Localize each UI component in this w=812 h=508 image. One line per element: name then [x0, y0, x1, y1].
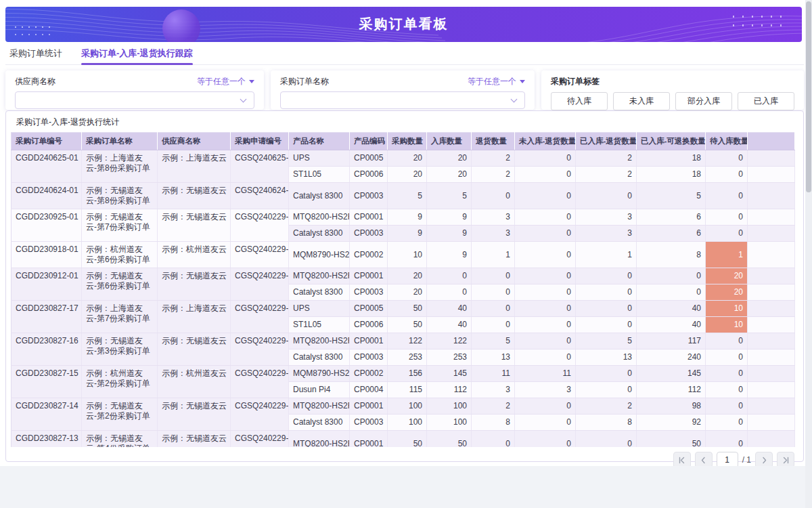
- cell-inbound-qty: 40: [427, 301, 472, 317]
- supplier-operator-label: 等于任意一个: [197, 76, 246, 87]
- next-page-icon: [761, 457, 768, 464]
- cell-inbound-qty: 9: [427, 242, 472, 268]
- column-header-7: 采购数量: [388, 133, 427, 150]
- cell-blank: [748, 317, 795, 333]
- cell-product-name: ST1L05: [289, 167, 350, 183]
- cell-blank: [748, 150, 795, 167]
- cell-order-name: 示例：无锡道友云-第2份采购订单: [82, 398, 158, 431]
- cell-product-code: CP0001: [350, 333, 388, 350]
- cell-product-code: CP0001: [350, 398, 388, 415]
- page-scrollbar[interactable]: [805, 0, 812, 508]
- cell-inbound-return-qty: 0: [576, 284, 637, 301]
- cell-purchase-qty: 20: [388, 284, 427, 301]
- page-scrollbar-thumb[interactable]: [806, 1, 811, 192]
- cell-blank: [748, 242, 795, 268]
- cell-inbound-return-qty: 0: [576, 431, 637, 448]
- caret-down-icon: [520, 80, 525, 83]
- filter-order-name: 采购订单名称 等于任意一个: [271, 70, 535, 110]
- pagination: / 1: [11, 447, 798, 468]
- cell-not-inbound-return-qty: 0: [515, 333, 576, 350]
- cell-product-name: UPS: [289, 150, 350, 167]
- tag-button-3[interactable]: 部分入库: [675, 92, 732, 110]
- cell-inbound-return-qty: 5: [576, 333, 637, 350]
- table-title: 采购订单-入库-退货执行统计: [16, 117, 798, 128]
- cell-inbound-return-qty: 0: [576, 301, 637, 317]
- cell-purchase-qty: 20: [388, 268, 427, 284]
- cell-purchase-qty: 253: [388, 350, 427, 366]
- tab-bar: 采购订单统计采购订单-入库-退货执行跟踪: [5, 42, 804, 65]
- cell-inbound-exchangeable-qty: 240: [637, 350, 706, 366]
- tag-button-1[interactable]: 待入库: [551, 92, 608, 110]
- cell-return-qty: 0: [472, 431, 515, 448]
- supplier-filter-label: 供应商名称: [15, 76, 55, 87]
- cell-inbound-return-qty: 0: [576, 268, 637, 284]
- cell-order-no: CGDD230827-16: [12, 333, 82, 366]
- cell-order-no: CGDD230827-17: [12, 301, 82, 333]
- tags-filter-label: 采购订单标签: [551, 76, 794, 87]
- cell-inbound-exchangeable-qty: 98: [637, 398, 706, 415]
- cell-order-no: CGDD240624-01: [12, 183, 82, 209]
- cell-inbound-exchangeable-qty: 5: [637, 183, 706, 209]
- cell-supplier: 示例：无锡道友云: [158, 333, 231, 366]
- cell-blank: [748, 209, 795, 226]
- cell-product-code: CP0004: [350, 382, 388, 398]
- cell-order-name: 示例：杭州道友云-第6份采购订单: [82, 242, 158, 268]
- cell-product-name: MTQ8200-HS2F: [289, 209, 350, 226]
- cell-purchase-qty: 9: [388, 226, 427, 242]
- cell-inbound-qty: 0: [427, 284, 472, 301]
- cell-return-qty: 8: [472, 415, 515, 431]
- cell-product-name: Catalyst 8300: [289, 350, 350, 366]
- tag-button-4[interactable]: 已入库: [738, 92, 794, 110]
- order-name-select[interactable]: [280, 91, 525, 109]
- cell-blank: [748, 226, 795, 242]
- cell-purchase-qty: 115: [388, 382, 427, 398]
- cell-supplier: 示例：杭州道友云: [158, 242, 231, 268]
- cell-not-inbound-return-qty: 0: [515, 431, 576, 448]
- order-operator-selector[interactable]: 等于任意一个: [468, 76, 525, 87]
- cell-supplier: 示例：无锡道友云: [158, 431, 231, 448]
- column-header-10: 未入库-退货数量: [515, 133, 576, 150]
- tag-button-2[interactable]: 未入库: [613, 92, 670, 110]
- cell-inbound-return-qty: 0: [576, 183, 637, 209]
- cell-purchase-qty: 50: [388, 317, 427, 333]
- column-header-13: 待入库数量: [706, 133, 748, 150]
- cell-request-no: CGSQ240229-18: [231, 268, 289, 301]
- table-scroll-area[interactable]: 采购订单编号采购订单名称供应商名称采购申请编号产品名称产品编码采购数量入库数量退…: [11, 132, 798, 447]
- tab-1[interactable]: 采购订单统计: [9, 42, 62, 64]
- supplier-operator-selector[interactable]: 等于任意一个: [197, 76, 254, 87]
- column-header-9: 退货数量: [472, 133, 515, 150]
- cell-return-qty: 0: [472, 284, 515, 301]
- cell-not-inbound-return-qty: 0: [515, 183, 576, 209]
- cell-request-no: CGSQ240625-01: [231, 150, 289, 183]
- cell-order-no: CGDD240625-01: [12, 150, 82, 183]
- cell-purchase-qty: 100: [388, 398, 427, 415]
- page-total: / 1: [742, 455, 751, 465]
- cell-product-code: CP0006: [350, 167, 388, 183]
- order-operator-label: 等于任意一个: [468, 76, 516, 87]
- cell-product-code: CP0001: [350, 268, 388, 284]
- table-row: CGDD230827-14示例：无锡道友云-第2份采购订单示例：无锡道友云CGS…: [12, 398, 795, 415]
- cell-pending-inbound-qty: 0: [706, 398, 748, 415]
- column-header-4: 采购申请编号: [231, 133, 289, 150]
- cell-not-inbound-return-qty: 0: [515, 301, 576, 317]
- cell-purchase-qty: 5: [388, 183, 427, 209]
- cell-blank: [748, 284, 795, 301]
- table-header-row: 采购订单编号采购订单名称供应商名称采购申请编号产品名称产品编码采购数量入库数量退…: [12, 133, 795, 150]
- cell-inbound-return-qty: 0: [576, 382, 637, 398]
- cell-inbound-qty: 9: [427, 209, 472, 226]
- tab-2[interactable]: 采购订单-入库-退货执行跟踪: [81, 42, 193, 64]
- cell-return-qty: 3: [472, 382, 515, 398]
- cell-return-qty: 5: [472, 333, 515, 350]
- cell-product-name: Catalyst 8300: [289, 284, 350, 301]
- table-row: CGDD230925-01示例：无锡道友云-第7份采购订单示例：无锡道友云CGS…: [12, 209, 795, 226]
- cell-not-inbound-return-qty: 0: [515, 268, 576, 284]
- cell-blank: [748, 431, 795, 448]
- supplier-select[interactable]: [15, 91, 254, 109]
- cell-return-qty: 0: [472, 317, 515, 333]
- table-row: CGDD230827-17示例：上海道友云-第7份采购订单示例：上海道友云CGS…: [12, 301, 795, 317]
- cell-blank: [748, 398, 795, 415]
- cell-purchase-qty: 50: [388, 301, 427, 317]
- cell-order-no: CGDD230827-13: [12, 431, 82, 448]
- cell-request-no: CGSQ240229-19: [231, 242, 289, 268]
- cell-product-code: CP0005: [350, 150, 388, 167]
